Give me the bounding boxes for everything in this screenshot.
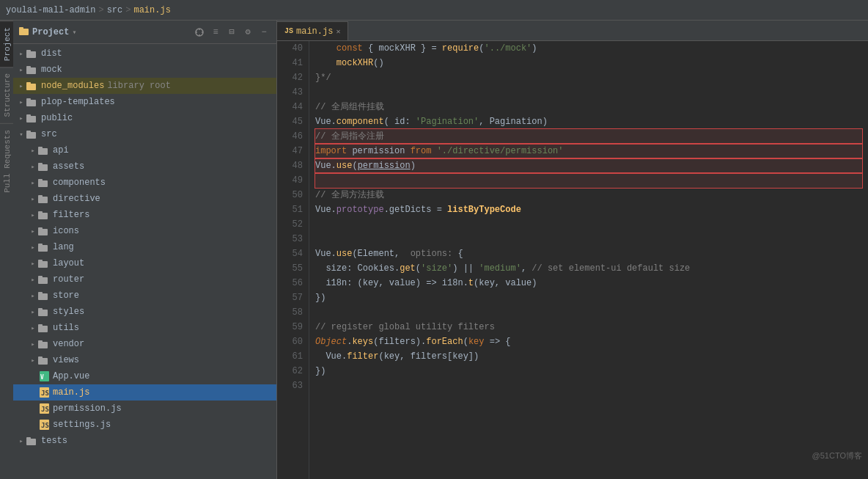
svg-rect-38 bbox=[38, 292, 43, 294]
tree-item-router[interactable]: ▸router bbox=[13, 271, 276, 288]
tree-item-mock[interactable]: ▸mock bbox=[13, 62, 276, 78]
folder-icon bbox=[38, 259, 50, 268]
tree-item-src[interactable]: ▾src bbox=[13, 126, 276, 142]
dropdown-arrow: ▾ bbox=[72, 28, 76, 37]
tab-structure[interactable]: Structure bbox=[0, 67, 13, 123]
tree-item-components[interactable]: ▸components bbox=[13, 175, 276, 191]
tree-item-icons[interactable]: ▸icons bbox=[13, 223, 276, 239]
line-number: 57 bbox=[283, 290, 303, 305]
line-number: 40 bbox=[283, 41, 303, 56]
js-icon: JS bbox=[284, 27, 293, 35]
tree-item-public[interactable]: ▸public bbox=[13, 110, 276, 126]
tree-label: store bbox=[53, 290, 79, 301]
tree-item-vendor[interactable]: ▸vendor bbox=[13, 336, 276, 352]
code-line: // register global utility filters bbox=[315, 320, 862, 334]
tree-item-views[interactable]: ▸views bbox=[13, 352, 276, 368]
tree-item-styles[interactable]: ▸styles bbox=[13, 304, 276, 320]
folder-icon bbox=[38, 227, 50, 235]
svg-rect-19 bbox=[38, 148, 48, 155]
tab-project[interactable]: Project bbox=[0, 21, 13, 67]
svg-rect-40 bbox=[38, 308, 43, 310]
tree-item-layout[interactable]: ▸layout bbox=[13, 255, 276, 271]
main-layout: Project Structure Pull Requests Project … bbox=[0, 21, 868, 479]
code-line: // 全局方法挂载 bbox=[315, 188, 862, 202]
code-view[interactable]: 4041424344454647484950515253545556575859… bbox=[277, 41, 868, 479]
line-number: 60 bbox=[283, 334, 303, 349]
editor-tabs: JS main.js ✕ bbox=[277, 21, 868, 41]
svg-rect-28 bbox=[38, 211, 43, 213]
svg-rect-23 bbox=[38, 180, 48, 187]
folder-icon bbox=[26, 98, 38, 106]
tree-item-utils[interactable]: ▸utils bbox=[13, 320, 276, 336]
tree-arrow: ▸ bbox=[16, 437, 26, 445]
tree-item-node_modules[interactable]: ▸node_moduleslibrary root bbox=[13, 78, 276, 94]
tab-pull-requests[interactable]: Pull Requests bbox=[0, 123, 13, 199]
panel-actions: ≡ ⊟ ⚙ − bbox=[193, 26, 271, 39]
line-number: 43 bbox=[283, 85, 303, 100]
js-file-icon: JS bbox=[38, 387, 50, 398]
tree-label: permission.js bbox=[53, 403, 122, 414]
code-line: Vue.use(Element, options: { bbox=[315, 246, 862, 261]
line-number: 58 bbox=[283, 305, 303, 320]
svg-rect-32 bbox=[38, 244, 43, 246]
svg-rect-8 bbox=[26, 50, 31, 52]
code-line bbox=[315, 217, 862, 232]
tree-arrow: ▸ bbox=[28, 308, 38, 316]
folder-icon bbox=[38, 323, 50, 332]
svg-text:JS: JS bbox=[41, 422, 49, 429]
line-number: 45 bbox=[283, 114, 303, 129]
line-number: 49 bbox=[283, 173, 303, 188]
tree-item-settings.js[interactable]: JSsettings.js bbox=[13, 417, 276, 433]
code-line: }*/ bbox=[315, 70, 862, 85]
folder-icon bbox=[38, 356, 50, 365]
settings-btn[interactable]: ⚙ bbox=[241, 26, 254, 39]
tree-item-filters[interactable]: ▸filters bbox=[13, 207, 276, 223]
code-line bbox=[315, 173, 862, 188]
tree-item-store[interactable]: ▸store bbox=[13, 288, 276, 304]
tree-arrow: ▸ bbox=[28, 292, 38, 300]
tree-label-extra: library root bbox=[107, 81, 170, 91]
tree-arrow: ▸ bbox=[16, 82, 26, 90]
file-tree-panel: Project ▾ ≡ ⊟ ⚙ − ▸dist▸mock▸node_module… bbox=[13, 21, 277, 479]
svg-rect-55 bbox=[26, 439, 36, 445]
svg-rect-9 bbox=[26, 67, 36, 74]
tree-item-main.js[interactable]: JSmain.js bbox=[13, 384, 276, 401]
watermark: @51CTO博客 bbox=[812, 450, 862, 461]
line-number: 44 bbox=[283, 100, 303, 114]
tab-close-btn[interactable]: ✕ bbox=[336, 27, 340, 36]
tree-arrow: ▸ bbox=[28, 324, 38, 332]
code-line bbox=[315, 85, 862, 100]
line-number: 42 bbox=[283, 70, 303, 85]
tree-item-tests[interactable]: ▸tests bbox=[13, 433, 276, 449]
editor-tab-main-js[interactable]: JS main.js ✕ bbox=[277, 21, 348, 40]
tree-item-permission.js[interactable]: JSpermission.js bbox=[13, 401, 276, 417]
svg-text:V: V bbox=[40, 374, 44, 381]
close-btn[interactable]: − bbox=[257, 26, 271, 39]
js-file-icon: JS bbox=[38, 420, 50, 430]
tree-item-assets[interactable]: ▸assets bbox=[13, 158, 276, 175]
code-line bbox=[315, 379, 862, 393]
locate-btn[interactable] bbox=[193, 26, 206, 39]
svg-rect-22 bbox=[38, 163, 43, 165]
tree-arrow: ▸ bbox=[28, 163, 38, 171]
code-line: i18n: (key, value) => i18n.t(key, value) bbox=[315, 276, 862, 290]
svg-rect-15 bbox=[26, 116, 36, 123]
tree-item-lang[interactable]: ▸lang bbox=[13, 239, 276, 255]
editor-area: JS main.js ✕ 404142434445464748495051525… bbox=[277, 21, 868, 479]
tree-label: tests bbox=[41, 436, 67, 446]
line-number: 59 bbox=[283, 320, 303, 334]
expand-btn[interactable]: ≡ bbox=[209, 26, 222, 39]
svg-rect-44 bbox=[38, 340, 43, 343]
tree-item-plop-templates[interactable]: ▸plop-templates bbox=[13, 94, 276, 110]
tree-item-App.vue[interactable]: VApp.vue bbox=[13, 368, 276, 384]
tree-item-directive[interactable]: ▸directive bbox=[13, 191, 276, 207]
tree-arrow: ▸ bbox=[28, 260, 38, 268]
panel-title: Project ▾ bbox=[19, 26, 76, 38]
collapse-btn[interactable]: ⊟ bbox=[225, 26, 238, 39]
tree-label: directive bbox=[53, 194, 100, 204]
tree-item-dist[interactable]: ▸dist bbox=[13, 45, 276, 62]
svg-rect-26 bbox=[38, 195, 43, 197]
tree-item-api[interactable]: ▸api bbox=[13, 142, 276, 158]
svg-rect-7 bbox=[26, 51, 36, 58]
code-line: import permission from './directive/perm… bbox=[315, 144, 862, 158]
